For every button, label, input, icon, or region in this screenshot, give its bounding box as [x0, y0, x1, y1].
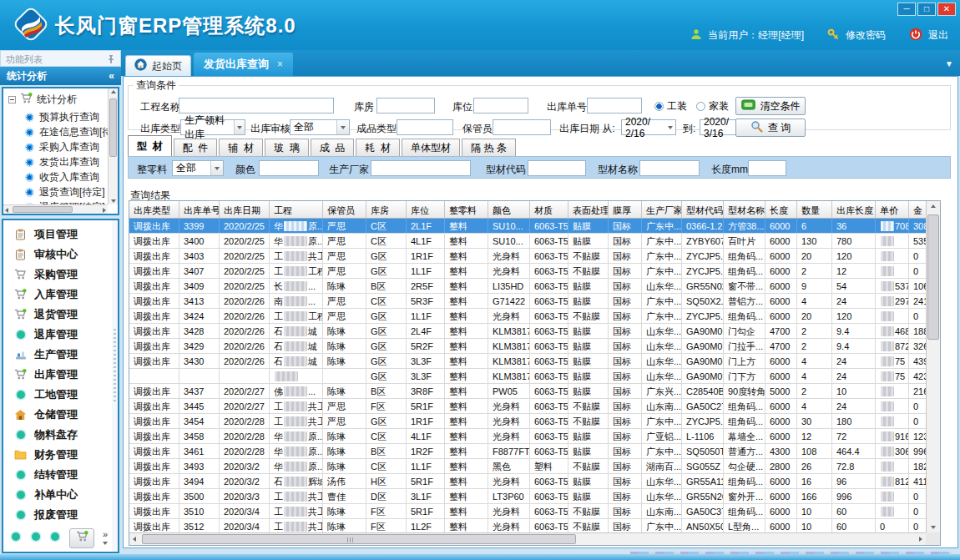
table-row[interactable]: 调拨出库34932020/3/2华原...陈琳C区1L1F整料黑色塑料不贴膜国标… [129, 459, 926, 474]
material-tab[interactable]: 配 件 [174, 139, 218, 156]
grid-column-header[interactable]: 出库日期 [220, 201, 270, 218]
grid-column-header[interactable]: 膜厚 [609, 201, 642, 218]
grid-column-header[interactable]: 长度 [765, 201, 797, 218]
grid-column-header[interactable]: 出库长度 [832, 201, 876, 218]
pin-icon[interactable] [107, 54, 115, 65]
radio-home-decor[interactable]: 家装 [696, 99, 729, 114]
table-row[interactable]: 调拨出库34032020/2/25工共工程严思G区1R1F整料光身料6063-T… [129, 249, 926, 264]
material-tab[interactable]: 单体型材 [402, 139, 460, 156]
grid-column-header[interactable]: 生产厂家 [642, 201, 682, 218]
table-row[interactable]: 调拨出库34072020/2/25工工程严思G区1L1F整料光身料6063-T5… [129, 264, 926, 279]
sidebar-item[interactable]: 审核中心 [3, 245, 118, 265]
table-row[interactable]: 调拨出库34282020/2/26石城陈琳G区2L4F整料KLM38176063… [129, 324, 926, 339]
grid-column-header[interactable]: 颜色 [488, 201, 530, 218]
tab-shipment-outbound-query[interactable]: 发货出库查询 × [194, 53, 293, 76]
grid-column-header[interactable]: 材质 [530, 201, 568, 218]
sidebar-item[interactable]: 项目管理 [3, 225, 118, 245]
radio-industrial[interactable]: 工装 [654, 99, 687, 114]
material-tab[interactable]: 耗 材 [356, 139, 400, 156]
grid-column-header[interactable]: 单价 [876, 201, 909, 218]
table-row[interactable]: 调拨出库33992020/2/25华原...严思C区2L1F整料SU10...6… [129, 219, 926, 234]
circle-icon[interactable] [10, 531, 22, 546]
table-row[interactable]: 调拨出库34292020/2/26石城陈琳G区5R2F整料KLM38176063… [129, 339, 926, 354]
whole-part-select[interactable]: 全部 [172, 160, 224, 176]
material-tab[interactable]: 成 品 [311, 139, 355, 156]
audit-select[interactable]: 全部 [290, 119, 350, 135]
sidebar-item[interactable]: 报废管理 [3, 505, 118, 525]
sidebar-section-statistics[interactable]: 统计分析 « [0, 67, 121, 85]
grid-column-header[interactable]: 型材名称 [724, 201, 765, 218]
tabbar-caret-icon[interactable]: ▼ [945, 59, 953, 68]
grid-horizontal-scrollbar[interactable] [129, 532, 926, 545]
tree-item[interactable]: 发货出库查询 [3, 154, 118, 169]
sidebar-item[interactable]: 补单中心 [3, 485, 118, 505]
keeper-input[interactable] [493, 119, 551, 135]
grid-column-header[interactable]: 保管员 [323, 201, 366, 218]
table-row[interactable]: 调拨出库35122020/3/4工共工程陈琳F区1L2F整料光身料6063-T5… [129, 519, 926, 532]
sidebar-item[interactable]: 结转管理 [3, 465, 118, 485]
grid-column-header[interactable]: 表面处理 [568, 201, 609, 218]
sidebar-item[interactable]: 物料盘存 [3, 425, 118, 445]
color-input[interactable] [259, 160, 319, 176]
warehouse-input[interactable] [376, 98, 435, 114]
tree-item[interactable]: 在途信息查询[待 [3, 124, 118, 139]
sidebar-item[interactable]: 退库管理 [3, 325, 118, 345]
sidebar-item[interactable]: 退货管理 [3, 305, 118, 325]
table-row[interactable]: 调拨出库34942020/3/2石辉城汤伟H区5R1F整料光身料6063-T5贴… [129, 474, 926, 489]
length-input[interactable] [748, 160, 786, 176]
menu-scrollbar[interactable] [112, 220, 118, 552]
table-row[interactable]: 调拨出库34452020/2/27工共工程严思F区5R1F整料光身料6063-T… [129, 399, 926, 414]
manufacturer-input[interactable] [371, 160, 471, 176]
table-row[interactable]: 调拨出库34092020/2/25长...陈琳B区2R5F整料LI35HD606… [129, 279, 926, 294]
project-name-input[interactable] [179, 98, 334, 114]
table-row[interactable]: 调拨出库34582020/2/28华原...陈琳C区4L1F整料光身料6063-… [129, 429, 926, 444]
product-type-input[interactable] [397, 119, 453, 135]
location-input[interactable] [473, 98, 528, 114]
tree-item[interactable]: 采购入库查询 [3, 139, 118, 154]
sidebar-item[interactable]: 仓储管理 [3, 405, 118, 425]
table-row[interactable]: 调拨出库34132020/2/26南...严思C区5R3F整料G71422606… [129, 294, 926, 309]
sidebar-item[interactable]: 采购管理 [3, 265, 118, 285]
tree-item[interactable]: 收货入库查询 [3, 169, 118, 184]
grid-column-header[interactable]: 整零料 [445, 201, 488, 218]
material-tab[interactable]: 玻 璃 [265, 139, 309, 156]
table-row[interactable]: 调拨出库34242020/2/26工工程严思G区1L1F整料光身料6063-T5… [129, 309, 926, 324]
circle-icon[interactable] [30, 531, 42, 546]
maximize-button[interactable]: □ [917, 3, 936, 16]
sidebar-item[interactable]: 入库管理 [3, 285, 118, 305]
logout-link[interactable]: 退出 [928, 28, 948, 43]
sidebar-item[interactable]: 出库管理 [3, 365, 118, 385]
collapse-icon[interactable]: « [109, 70, 114, 82]
circle-icon[interactable] [49, 531, 61, 546]
table-row[interactable]: 调拨出库34612020/2/28华原...陈琳B区1R2F整料F8877FT6… [129, 444, 926, 459]
change-password-link[interactable]: 修改密码 [846, 28, 886, 43]
profile-code-input[interactable] [528, 160, 586, 176]
cart-shortcut-button[interactable] [69, 528, 94, 548]
grid-column-header[interactable]: 出库类型 [129, 201, 179, 218]
tree-root-statistics[interactable]: 统计分析 [3, 88, 118, 109]
order-no-input[interactable] [587, 98, 642, 114]
profile-name-input[interactable] [639, 160, 700, 176]
sidebar-item[interactable]: 财务管理 [3, 445, 118, 465]
grid-column-header[interactable]: 金 [909, 201, 927, 218]
table-row[interactable]: 调拨出库34542020/2/28工共工程严思G区1R1F整料光身料6063-T… [129, 414, 926, 429]
tree-item[interactable]: 退货查询[待定] [3, 184, 118, 199]
tab-close-icon[interactable]: × [277, 58, 283, 70]
grid-column-header[interactable]: 型材代码 [682, 201, 724, 218]
grid-column-header[interactable]: 数量 [797, 201, 832, 218]
tree-item[interactable]: 预算执行查询 [3, 109, 118, 124]
table-row[interactable]: 调拨出库34372020/2/27佛...陈琳B区3R8F整料PW056063-… [129, 384, 926, 399]
tree-vertical-scrollbar[interactable] [108, 88, 118, 204]
grid-column-header[interactable]: 库位 [407, 201, 445, 218]
tree-expander-icon[interactable] [8, 96, 16, 103]
material-tab[interactable]: 隔 热 条 [462, 139, 516, 156]
sidebar-item[interactable]: 工地管理 [3, 385, 118, 405]
more-options-button[interactable]: » [103, 531, 108, 546]
grid-column-header[interactable]: 出库单号 [179, 201, 220, 218]
search-button[interactable]: 查 询 [735, 119, 806, 137]
close-button[interactable]: ✕ [937, 3, 956, 16]
clear-conditions-button[interactable]: 清空条件 [735, 97, 806, 115]
minimize-button[interactable]: ─ [897, 3, 916, 16]
table-row[interactable]: 调拨出库34302020/2/26石城陈琳G区3L3F整料KLM38176063… [129, 354, 926, 369]
sidebar-item[interactable]: 生产管理 [3, 345, 118, 365]
